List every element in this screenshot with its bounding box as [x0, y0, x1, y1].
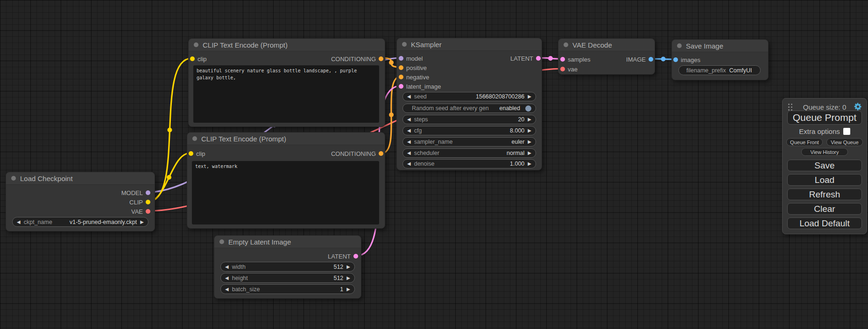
widget-sampler-name[interactable]: ◀ sampler_name euler ▶ [402, 137, 536, 147]
collapse-dot-icon[interactable] [194, 42, 198, 47]
step-right-icon[interactable]: ▶ [528, 151, 531, 155]
latent-port[interactable] [536, 56, 541, 61]
link-midpoint-dot[interactable] [389, 112, 394, 117]
output-slot-latent[interactable]: LATENT [434, 54, 541, 63]
view-queue-button[interactable]: View Queue [826, 138, 863, 146]
link-midpoint-dot[interactable] [167, 175, 171, 180]
step-right-icon[interactable]: ▶ [528, 94, 531, 99]
step-right-icon[interactable]: ▶ [528, 128, 531, 133]
image-port[interactable] [649, 57, 653, 62]
extra-options-checkbox[interactable] [843, 128, 850, 135]
output-slot-conditioning[interactable]: CONDITIONING [193, 54, 383, 63]
collapse-dot-icon[interactable] [677, 43, 682, 48]
node-title-bar[interactable]: Load Checkpoint [6, 172, 155, 185]
node-clip-text-encode-positive[interactable]: CLIP Text Encode (Prompt) clip CONDITION… [188, 38, 385, 127]
prompt-text-area[interactable]: beautiful scenery nature glass bottle la… [193, 65, 379, 123]
load-button[interactable]: Load [787, 174, 862, 186]
latent-port[interactable] [560, 57, 565, 62]
widget-denoise[interactable]: ◀ denoise 1.000 ▶ [402, 159, 536, 168]
collapse-dot-icon[interactable] [219, 239, 224, 244]
widget-scheduler[interactable]: ◀ scheduler normal ▶ [402, 148, 536, 158]
output-slot-model[interactable]: MODEL [11, 188, 150, 197]
step-left-icon[interactable]: ◀ [407, 94, 411, 99]
widget-height[interactable]: ◀ height 512 ▶ [220, 273, 355, 283]
load-default-button[interactable]: Load Default [787, 217, 862, 229]
step-right-icon[interactable]: ▶ [346, 287, 350, 292]
vae-port[interactable] [146, 209, 150, 214]
node-vae-decode[interactable]: VAE Decode samples IMAGE vae [558, 38, 655, 75]
node-ksampler[interactable]: KSampler model LATENT positive negative … [396, 38, 542, 170]
node-clip-text-encode-negative[interactable]: CLIP Text Encode (Prompt) clip CONDITION… [187, 132, 385, 229]
model-port[interactable] [146, 190, 150, 195]
queue-front-button[interactable]: Queue Front [786, 138, 823, 146]
clip-port[interactable] [146, 200, 150, 204]
node-load-checkpoint[interactable]: Load Checkpoint MODEL CLIP VAE ◀ ckpt_na… [6, 172, 155, 231]
queue-prompt-button[interactable]: Queue Prompt [787, 111, 862, 125]
link-midpoint-dot[interactable] [661, 57, 666, 62]
image-port[interactable] [673, 57, 678, 62]
node-title-bar[interactable]: VAE Decode [558, 39, 655, 51]
latent-port[interactable] [353, 254, 358, 259]
step-left-icon[interactable]: ◀ [17, 220, 21, 224]
step-right-icon[interactable]: ▶ [140, 220, 144, 224]
settings-gear-icon[interactable] [854, 102, 862, 111]
node-title-bar[interactable]: CLIP Text Encode (Prompt) [189, 39, 385, 51]
link-midpoint-dot[interactable] [548, 56, 553, 61]
input-slot-images[interactable]: images [673, 55, 700, 64]
conditioning-port[interactable] [399, 65, 403, 70]
widget-batch-size[interactable]: ◀ batch_size 1 ▶ [220, 284, 355, 294]
link-midpoint-dot[interactable] [389, 60, 394, 65]
prompt-text-area[interactable]: text, watermark [192, 161, 379, 224]
conditioning-port[interactable] [399, 75, 403, 79]
input-slot-negative[interactable]: negative [399, 72, 429, 82]
collapse-dot-icon[interactable] [11, 176, 16, 181]
latent-port[interactable] [399, 84, 403, 89]
step-left-icon[interactable]: ◀ [407, 128, 411, 133]
step-left-icon[interactable]: ◀ [407, 140, 411, 144]
step-right-icon[interactable]: ▶ [346, 276, 350, 280]
widget-steps[interactable]: ◀ steps 20 ▶ [402, 115, 536, 124]
conditioning-port[interactable] [379, 56, 383, 61]
node-title-bar[interactable]: CLIP Text Encode (Prompt) [187, 133, 385, 145]
link-midpoint-dot[interactable] [168, 128, 172, 133]
input-slot-samples[interactable]: samples [560, 55, 590, 64]
input-slot-positive[interactable]: positive [399, 63, 427, 72]
step-left-icon[interactable]: ◀ [407, 151, 411, 155]
output-slot-conditioning[interactable]: CONDITIONING [192, 149, 383, 158]
step-left-icon[interactable]: ◀ [225, 287, 229, 292]
model-port[interactable] [399, 56, 403, 61]
input-slot-model[interactable]: model [399, 54, 423, 63]
step-right-icon[interactable]: ▶ [346, 265, 350, 269]
refresh-button[interactable]: Refresh [787, 189, 862, 200]
conditioning-port[interactable] [379, 151, 383, 156]
vae-port[interactable] [560, 67, 565, 71]
step-left-icon[interactable]: ◀ [407, 161, 411, 166]
collapse-dot-icon[interactable] [192, 136, 197, 141]
clear-button[interactable]: Clear [787, 203, 862, 215]
step-left-icon[interactable]: ◀ [407, 117, 411, 122]
step-left-icon[interactable]: ◀ [225, 265, 229, 269]
widget-ckpt-name[interactable]: ◀ ckpt_name v1-5-pruned-emaonly.ckpt ▶ [12, 217, 148, 227]
toggle-knob-icon[interactable] [525, 105, 531, 112]
step-left-icon[interactable]: ◀ [225, 276, 229, 280]
node-empty-latent-image[interactable]: Empty Latent Image LATENT ◀ width 512 ▶ … [214, 235, 361, 299]
step-right-icon[interactable]: ▶ [528, 140, 531, 144]
view-history-button[interactable]: View History [801, 148, 848, 156]
input-slot-vae[interactable]: vae [560, 64, 578, 74]
output-slot-image[interactable]: IMAGE [600, 55, 653, 64]
widget-seed[interactable]: ◀ seed 156680208700286 ▶ [402, 92, 536, 101]
input-slot-latent-image[interactable]: latent_image [399, 82, 441, 91]
widget-filename-prefix[interactable]: filename_prefix ComfyUI [678, 65, 761, 75]
node-title-bar[interactable]: KSampler [397, 38, 542, 51]
collapse-dot-icon[interactable] [402, 42, 407, 47]
collapse-dot-icon[interactable] [564, 42, 568, 47]
widget-random-seed-toggle[interactable]: Random seed after every gen enabled [402, 104, 536, 113]
step-right-icon[interactable]: ▶ [528, 161, 531, 166]
save-button[interactable]: Save [787, 160, 862, 171]
widget-cfg[interactable]: ◀ cfg 8.000 ▶ [402, 126, 536, 135]
node-title-bar[interactable]: Empty Latent Image [214, 236, 361, 248]
step-right-icon[interactable]: ▶ [528, 117, 531, 122]
node-title-bar[interactable]: Save Image [672, 40, 768, 52]
output-slot-clip[interactable]: CLIP [11, 197, 150, 207]
drag-handle[interactable] [788, 104, 790, 105]
